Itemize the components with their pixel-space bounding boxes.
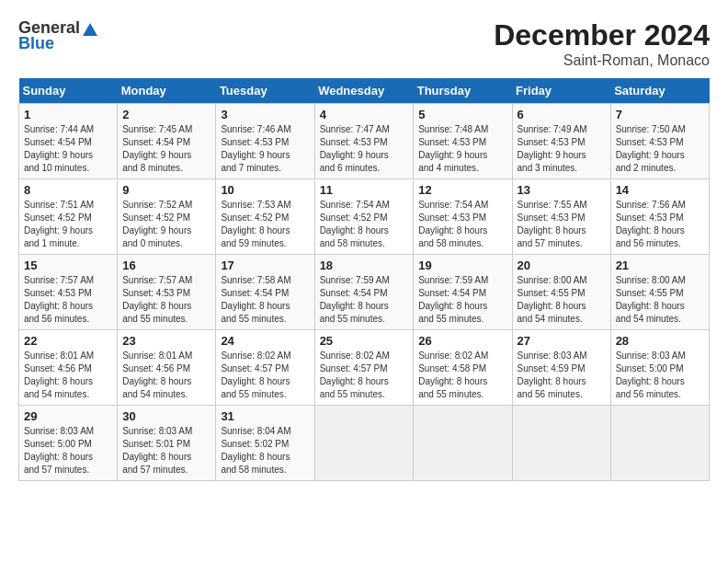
- day-cell: 2Sunrise: 7:45 AM Sunset: 4:54 PM Daylig…: [118, 104, 216, 179]
- week-row-1: 1Sunrise: 7:44 AM Sunset: 4:54 PM Daylig…: [19, 104, 710, 179]
- day-cell: 21Sunrise: 8:00 AM Sunset: 4:55 PM Dayli…: [610, 255, 709, 330]
- day-cell: 18Sunrise: 7:59 AM Sunset: 4:54 PM Dayli…: [314, 255, 414, 330]
- day-number: 30: [122, 409, 210, 423]
- day-cell: 29Sunrise: 8:03 AM Sunset: 5:00 PM Dayli…: [19, 406, 118, 481]
- day-info: Sunrise: 7:57 AM Sunset: 4:53 PM Dayligh…: [24, 274, 112, 326]
- day-info: Sunrise: 8:02 AM Sunset: 4:57 PM Dayligh…: [320, 350, 409, 401]
- day-cell: 22Sunrise: 8:01 AM Sunset: 4:56 PM Dayli…: [19, 330, 118, 406]
- day-info: Sunrise: 7:58 AM Sunset: 4:54 PM Dayligh…: [221, 274, 309, 326]
- day-info: Sunrise: 8:01 AM Sunset: 4:56 PM Dayligh…: [122, 350, 210, 401]
- day-number: 7: [616, 108, 704, 121]
- day-cell: 26Sunrise: 8:02 AM Sunset: 4:58 PM Dayli…: [414, 330, 512, 406]
- day-number: 10: [221, 183, 309, 197]
- weekday-saturday: Saturday: [610, 78, 709, 104]
- week-row-5: 29Sunrise: 8:03 AM Sunset: 5:00 PM Dayli…: [19, 406, 710, 481]
- svg-marker-0: [83, 23, 97, 36]
- day-number: 6: [518, 108, 606, 121]
- day-cell: 24Sunrise: 8:02 AM Sunset: 4:57 PM Dayli…: [216, 330, 314, 406]
- day-number: 14: [616, 183, 704, 197]
- day-number: 20: [518, 259, 606, 272]
- day-cell: 31Sunrise: 8:04 AM Sunset: 5:02 PM Dayli…: [216, 406, 314, 481]
- day-number: 1: [24, 108, 112, 121]
- calendar-body: 1Sunrise: 7:44 AM Sunset: 4:54 PM Daylig…: [19, 104, 710, 481]
- day-cell: 16Sunrise: 7:57 AM Sunset: 4:53 PM Dayli…: [118, 255, 216, 330]
- day-info: Sunrise: 7:51 AM Sunset: 4:52 PM Dayligh…: [24, 199, 112, 250]
- weekday-monday: Monday: [118, 78, 216, 104]
- day-number: 28: [616, 334, 704, 348]
- day-number: 9: [122, 183, 210, 197]
- day-cell: 13Sunrise: 7:55 AM Sunset: 4:53 PM Dayli…: [512, 179, 610, 255]
- day-cell: 28Sunrise: 8:03 AM Sunset: 5:00 PM Dayli…: [610, 330, 709, 406]
- day-cell: 14Sunrise: 7:56 AM Sunset: 4:53 PM Dayli…: [610, 179, 709, 255]
- day-cell: 3Sunrise: 7:46 AM Sunset: 4:53 PM Daylig…: [216, 104, 314, 179]
- day-info: Sunrise: 8:02 AM Sunset: 4:57 PM Dayligh…: [221, 350, 309, 401]
- day-info: Sunrise: 8:03 AM Sunset: 5:00 PM Dayligh…: [616, 350, 704, 401]
- day-info: Sunrise: 7:47 AM Sunset: 4:53 PM Dayligh…: [320, 123, 409, 175]
- day-number: 21: [616, 259, 704, 272]
- day-number: 4: [320, 108, 409, 121]
- day-cell: 17Sunrise: 7:58 AM Sunset: 4:54 PM Dayli…: [216, 255, 314, 330]
- day-cell: 1Sunrise: 7:44 AM Sunset: 4:54 PM Daylig…: [19, 104, 118, 179]
- day-info: Sunrise: 7:57 AM Sunset: 4:53 PM Dayligh…: [122, 274, 210, 326]
- weekday-thursday: Thursday: [414, 78, 512, 104]
- day-cell: 27Sunrise: 8:03 AM Sunset: 4:59 PM Dayli…: [512, 330, 610, 406]
- day-info: Sunrise: 8:02 AM Sunset: 4:58 PM Dayligh…: [418, 350, 506, 401]
- day-number: 22: [24, 334, 112, 348]
- logo-blue-text: Blue: [18, 34, 54, 53]
- day-cell: [414, 406, 512, 481]
- day-info: Sunrise: 8:04 AM Sunset: 5:02 PM Dayligh…: [221, 425, 309, 477]
- day-number: 17: [221, 259, 309, 272]
- day-number: 27: [518, 334, 606, 348]
- day-info: Sunrise: 8:03 AM Sunset: 4:59 PM Dayligh…: [518, 350, 606, 401]
- day-info: Sunrise: 8:03 AM Sunset: 5:01 PM Dayligh…: [122, 425, 210, 477]
- week-row-3: 15Sunrise: 7:57 AM Sunset: 4:53 PM Dayli…: [19, 255, 710, 330]
- day-info: Sunrise: 7:54 AM Sunset: 4:53 PM Dayligh…: [418, 199, 506, 250]
- day-cell: 5Sunrise: 7:48 AM Sunset: 4:53 PM Daylig…: [414, 104, 512, 179]
- day-cell: 11Sunrise: 7:54 AM Sunset: 4:52 PM Dayli…: [314, 179, 414, 255]
- logo-icon: [82, 21, 98, 38]
- day-number: 24: [221, 334, 309, 348]
- day-cell: 20Sunrise: 8:00 AM Sunset: 4:55 PM Dayli…: [512, 255, 610, 330]
- day-number: 29: [24, 409, 112, 423]
- day-number: 15: [24, 259, 112, 272]
- day-cell: 9Sunrise: 7:52 AM Sunset: 4:52 PM Daylig…: [118, 179, 216, 255]
- weekday-friday: Friday: [512, 78, 610, 104]
- week-row-4: 22Sunrise: 8:01 AM Sunset: 4:56 PM Dayli…: [19, 330, 710, 406]
- day-info: Sunrise: 8:01 AM Sunset: 4:56 PM Dayligh…: [24, 350, 112, 401]
- calendar-table: SundayMondayTuesdayWednesdayThursdayFrid…: [18, 78, 710, 481]
- day-number: 16: [122, 259, 210, 272]
- day-cell: 30Sunrise: 8:03 AM Sunset: 5:01 PM Dayli…: [118, 406, 216, 481]
- day-cell: 4Sunrise: 7:47 AM Sunset: 4:53 PM Daylig…: [314, 104, 414, 179]
- weekday-sunday: Sunday: [19, 78, 118, 104]
- weekday-header-row: SundayMondayTuesdayWednesdayThursdayFrid…: [19, 78, 710, 104]
- day-number: 19: [418, 259, 506, 272]
- day-info: Sunrise: 7:46 AM Sunset: 4:53 PM Dayligh…: [221, 123, 309, 175]
- title-area: December 2024 Saint-Roman, Monaco: [494, 18, 710, 69]
- day-info: Sunrise: 7:50 AM Sunset: 4:53 PM Dayligh…: [616, 123, 704, 175]
- day-info: Sunrise: 7:45 AM Sunset: 4:54 PM Dayligh…: [122, 123, 210, 175]
- day-cell: [512, 406, 610, 481]
- day-info: Sunrise: 7:44 AM Sunset: 4:54 PM Dayligh…: [24, 123, 112, 175]
- day-number: 11: [320, 183, 409, 197]
- day-cell: 19Sunrise: 7:59 AM Sunset: 4:54 PM Dayli…: [414, 255, 512, 330]
- day-number: 23: [122, 334, 210, 348]
- day-cell: 15Sunrise: 7:57 AM Sunset: 4:53 PM Dayli…: [19, 255, 118, 330]
- day-cell: 12Sunrise: 7:54 AM Sunset: 4:53 PM Dayli…: [414, 179, 512, 255]
- day-number: 8: [24, 183, 112, 197]
- day-info: Sunrise: 7:52 AM Sunset: 4:52 PM Dayligh…: [122, 199, 210, 250]
- day-cell: 23Sunrise: 8:01 AM Sunset: 4:56 PM Dayli…: [118, 330, 216, 406]
- day-info: Sunrise: 7:49 AM Sunset: 4:53 PM Dayligh…: [518, 123, 606, 175]
- day-cell: 25Sunrise: 8:02 AM Sunset: 4:57 PM Dayli…: [314, 330, 414, 406]
- day-info: Sunrise: 7:48 AM Sunset: 4:53 PM Dayligh…: [418, 123, 506, 175]
- day-cell: [610, 406, 709, 481]
- month-title: December 2024: [494, 18, 710, 52]
- day-info: Sunrise: 7:59 AM Sunset: 4:54 PM Dayligh…: [320, 274, 409, 326]
- day-info: Sunrise: 8:00 AM Sunset: 4:55 PM Dayligh…: [616, 274, 704, 326]
- day-number: 26: [418, 334, 506, 348]
- day-info: Sunrise: 7:55 AM Sunset: 4:53 PM Dayligh…: [518, 199, 606, 250]
- week-row-2: 8Sunrise: 7:51 AM Sunset: 4:52 PM Daylig…: [19, 179, 710, 255]
- day-cell: [314, 406, 414, 481]
- day-cell: 10Sunrise: 7:53 AM Sunset: 4:52 PM Dayli…: [216, 179, 314, 255]
- day-number: 5: [418, 108, 506, 121]
- day-info: Sunrise: 7:54 AM Sunset: 4:52 PM Dayligh…: [320, 199, 409, 250]
